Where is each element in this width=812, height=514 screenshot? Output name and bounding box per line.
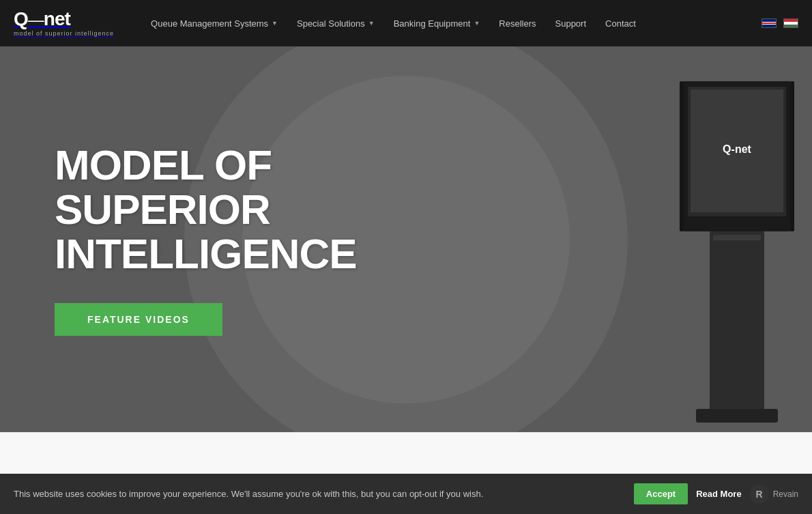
revain-icon: R [750,485,769,504]
logo-dash: — [28,10,44,29]
nav-label-queue: Queue Management Systems [151,18,268,29]
nav-label-special: Special Solutions [297,18,365,29]
logo-q: Q [14,8,28,29]
cookie-message: This website uses cookies to improve you… [14,489,620,499]
revain-branding: R Revain [750,485,798,504]
feature-videos-button[interactable]: FEATURE VIDEOS [55,303,222,336]
nav-link-special[interactable]: Special Solutions ▼ [287,13,384,34]
nav-label-resellers: Resellers [499,18,536,29]
hero-title: MODEL OF SUPERIOR INTELLIGENCE [55,143,478,276]
cookie-read-more-link[interactable]: Read More [696,489,741,499]
hero-content: MODEL OF SUPERIOR INTELLIGENCE FEATURE V… [0,143,532,336]
logo-net: net [44,8,70,29]
nav-arrow-special: ▼ [368,20,375,27]
flag-uk[interactable] [762,18,777,28]
nav-arrow-banking: ▼ [474,20,480,27]
nav-item-resellers[interactable]: Resellers [489,13,545,34]
hero-section: MODEL OF SUPERIOR INTELLIGENCE FEATURE V… [0,46,812,432]
logo-link[interactable]: Q—net model of superior intelligence [14,10,114,37]
cookie-actions: Accept Read More R Revain [634,483,798,504]
hero-kiosk-image: Q-net [662,74,812,432]
svg-rect-4 [710,231,764,416]
nav-arrow-queue: ▼ [272,20,278,27]
nav-right [762,18,798,28]
nav-link-queue[interactable]: Queue Management Systems ▼ [141,13,287,34]
nav-link-resellers[interactable]: Resellers [489,13,545,34]
nav-label-banking: Banking Equipment [394,18,471,29]
nav-link-banking[interactable]: Banking Equipment ▼ [384,13,490,34]
svg-text:Q-net: Q-net [723,143,751,155]
svg-rect-8 [790,81,794,231]
nav-item-special[interactable]: Special Solutions ▼ [287,13,384,34]
logo-subtitle: model of superior intelligence [14,30,114,37]
navigation: Q—net model of superior intelligence Que… [0,0,812,46]
svg-rect-6 [696,409,778,423]
nav-link-contact[interactable]: Contact [596,13,646,34]
cookie-banner: This website uses cookies to improve you… [0,474,812,507]
svg-rect-7 [680,81,684,231]
flag-hu[interactable] [783,18,798,28]
kiosk-svg: Q-net [662,74,812,429]
logo-text: Q—net [14,10,114,29]
nav-link-support[interactable]: Support [546,13,596,34]
nav-item-support[interactable]: Support [546,13,596,34]
nav-label-support: Support [555,18,587,29]
nav-item-queue[interactable]: Queue Management Systems ▼ [141,13,287,34]
nav-item-banking[interactable]: Banking Equipment ▼ [384,13,490,34]
revain-label: Revain [773,489,798,499]
svg-rect-5 [713,235,761,240]
cookie-accept-button[interactable]: Accept [634,483,688,504]
nav-item-contact[interactable]: Contact [596,13,646,34]
nav-menu: Queue Management Systems ▼ Special Solut… [141,13,762,34]
nav-label-contact: Contact [605,18,636,29]
